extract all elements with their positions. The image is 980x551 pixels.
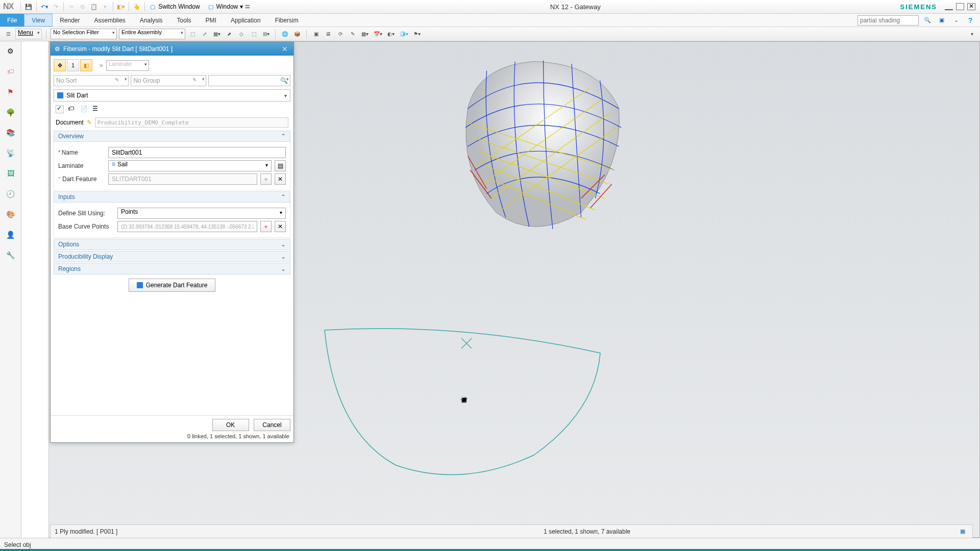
sort-filter[interactable]: No Sort✎▾ — [54, 75, 129, 86]
rail-web-icon[interactable]: 📡 — [5, 147, 16, 159]
rail-settings-icon[interactable]: ⚙ — [5, 45, 16, 57]
inner-status-left: 1 Ply modified. [ P001 ] — [55, 528, 117, 535]
tb-box-icon[interactable]: 📦 — [292, 29, 302, 39]
tb-globe-icon[interactable]: 🌐 — [280, 29, 290, 39]
tb-icon-5[interactable]: ◇ — [236, 29, 247, 39]
menu-analysis[interactable]: Analysis — [133, 14, 170, 27]
move-icon[interactable]: ✥ — [54, 59, 66, 71]
touch-icon[interactable]: 👆 — [132, 2, 141, 11]
rail-image-icon[interactable]: 🖼 — [5, 168, 16, 179]
tb-icon-4[interactable]: ⬈ — [224, 29, 234, 39]
menu-render[interactable]: Render — [53, 14, 87, 27]
options-header[interactable]: Options⌄ — [54, 239, 290, 250]
rail-palette-icon[interactable]: 🎨 — [5, 209, 16, 220]
toolbar-overflow-icon[interactable]: ▾ — [967, 29, 977, 39]
generate-dart-button[interactable]: Generate Dart Feature — [129, 279, 215, 292]
dart-remove-icon[interactable]: ✕ — [275, 173, 286, 185]
dart-feature-field — [108, 173, 257, 185]
rail-assembly-icon[interactable]: 🏷 — [5, 66, 16, 77]
object-type-combo[interactable]: Slit Dart — [54, 89, 290, 102]
rail-roles-icon[interactable]: 👤 — [5, 229, 16, 240]
dialog-close-icon[interactable]: ✕ — [280, 44, 289, 54]
status-grid-icon[interactable]: ▦ — [958, 527, 967, 536]
search-go-icon[interactable]: 🔍 — [923, 16, 932, 25]
pencil-icon[interactable]: ✎ — [87, 119, 92, 126]
check-icon[interactable]: ✓ — [56, 105, 64, 113]
bcp-add-icon[interactable]: ＋ — [260, 221, 272, 232]
layers-icon[interactable]: ◧▾ — [116, 2, 126, 11]
selection-scope-combo[interactable]: Entire Assembly — [119, 29, 185, 39]
laminate-combo[interactable]: Laminate — [106, 60, 149, 71]
menu-file[interactable]: File — [0, 14, 24, 27]
tb-screen-icon[interactable]: 🖥 — [323, 29, 333, 39]
tag-mini-icon[interactable]: 🏷 — [68, 105, 76, 113]
producibility-header[interactable]: Producibility Display⌄ — [54, 251, 290, 262]
save-icon[interactable]: 💾 — [24, 2, 33, 11]
redo-icon[interactable]: ↷ — [51, 2, 60, 11]
tb-cal-icon[interactable]: 📅▾ — [372, 29, 384, 39]
window-icon[interactable]: ▢ — [206, 2, 215, 11]
document-label: Document — [56, 119, 84, 126]
overview-header[interactable]: Overview⌃ — [54, 131, 290, 142]
command-search[interactable] — [857, 15, 919, 26]
bcp-remove-icon[interactable]: ✕ — [275, 221, 286, 232]
doc-mini-icon[interactable]: 📄 — [80, 105, 88, 113]
laminate-browse-icon[interactable]: ▤ — [275, 160, 286, 171]
tb-cube-icon[interactable]: 🧊▾ — [398, 29, 410, 39]
switch-window-icon[interactable]: ▢ — [148, 2, 157, 11]
nx-logo: NX — [3, 2, 13, 11]
tb-refresh-icon[interactable]: ⟳ — [335, 29, 346, 39]
dialog-titlebar[interactable]: ⚙ Fibersim - modify Slit Dart [ SlitDart… — [51, 42, 293, 56]
close-button[interactable]: ✕ — [967, 3, 975, 10]
rail-layers-icon[interactable]: 📚 — [5, 127, 16, 138]
menu-view[interactable]: View — [24, 14, 53, 27]
rail-history-icon[interactable]: 🕘 — [5, 188, 16, 199]
list-mini-icon[interactable]: ☰ — [92, 105, 101, 113]
tb-icon-3[interactable]: ▦▾ — [212, 29, 222, 39]
help-icon[interactable]: ? — [966, 16, 975, 25]
menu-tools[interactable]: Tools — [170, 14, 199, 27]
inputs-header[interactable]: Inputs⌃ — [54, 191, 290, 203]
window-dropdown[interactable]: Window ▾ 〓 — [216, 3, 251, 11]
resource-strip — [21, 41, 49, 538]
laminate-select[interactable]: ≡Sail — [108, 160, 272, 171]
menu-application[interactable]: Application — [224, 14, 268, 27]
tb-icon-6[interactable]: ⬚ — [249, 29, 259, 39]
tb-window-icon[interactable]: ▣ — [311, 29, 321, 39]
tb-flag-icon[interactable]: ⚑▾ — [412, 29, 422, 39]
tb-shade-icon[interactable]: ◐▾ — [386, 29, 396, 39]
minimize-button[interactable] — [945, 3, 953, 10]
panel-icon[interactable]: ▢ — [321, 320, 607, 479]
menu-button[interactable]: Menu — [15, 29, 42, 39]
cancel-button[interactable]: Cancel — [254, 419, 290, 431]
dart-add-icon[interactable]: ＋ — [260, 173, 272, 185]
switch-window-label[interactable]: Switch Window — [158, 3, 200, 10]
ok-button[interactable]: OK — [212, 419, 249, 431]
dialog-status: 0 linked, 1 selected, 1 shown, 1 availab… — [51, 432, 293, 442]
name-input[interactable] — [108, 147, 286, 158]
maximize-button[interactable] — [956, 3, 964, 10]
regions-header[interactable]: Regions⌄ — [54, 263, 290, 274]
rail-constraint-icon[interactable]: ⚑ — [5, 86, 16, 97]
fullscreen-icon[interactable]: ▣ — [937, 16, 946, 25]
menu-pmi[interactable]: PMI — [199, 14, 224, 27]
search-filter[interactable]: 🔍▾ — [208, 75, 290, 86]
page-num-icon[interactable]: 1 — [67, 59, 79, 71]
define-slit-select[interactable]: Points — [117, 208, 286, 219]
tb-grid-icon[interactable]: ▦▾ — [360, 29, 370, 39]
group-filter[interactable]: No Group✎▾ — [131, 75, 206, 86]
tb-icon-2[interactable]: ⤢ — [200, 29, 210, 39]
tb-edit-icon[interactable]: ✎ — [348, 29, 358, 39]
solid-cube-icon[interactable]: ◧ — [80, 59, 92, 71]
menu-dd-icon[interactable]: ☰ — [3, 29, 13, 39]
undo-icon[interactable]: ↶▾ — [40, 2, 49, 11]
menu-assemblies[interactable]: Assemblies — [87, 14, 133, 27]
ribbon-toggle-icon[interactable]: ⌄ — [951, 16, 961, 25]
tb-icon-1[interactable]: ⬚ — [187, 29, 198, 39]
tb-icon-7[interactable]: ⊞▾ — [261, 29, 271, 39]
selection-filter-combo[interactable]: No Selection Filter — [51, 29, 117, 39]
collapse-icon: ⌃ — [281, 193, 286, 201]
menu-fibersim[interactable]: Fibersim — [268, 14, 306, 27]
rail-tool-icon[interactable]: 🔧 — [5, 249, 16, 261]
rail-tree-icon[interactable]: 🌳 — [5, 107, 16, 118]
